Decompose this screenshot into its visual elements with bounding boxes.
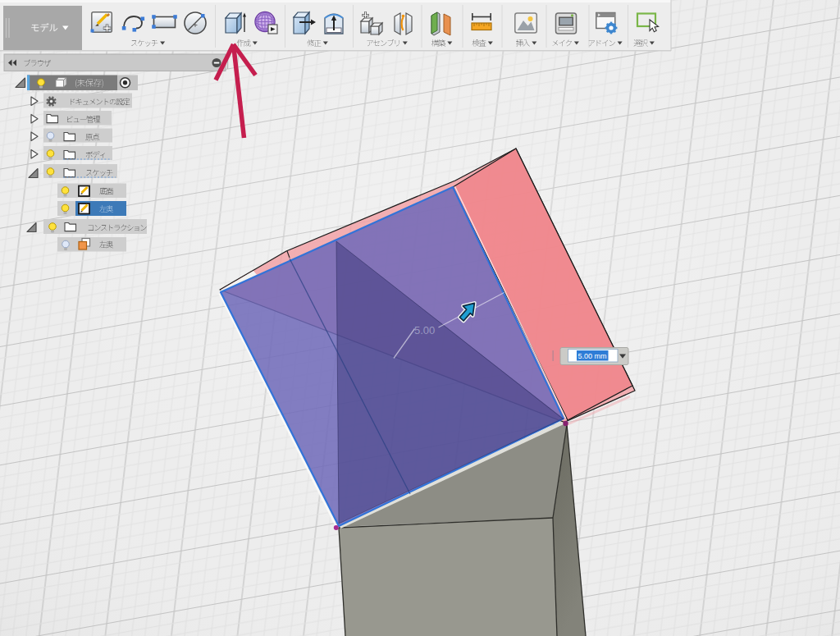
svg-text:5.00 mm: 5.00 mm [578,352,607,360]
svg-text:5.00: 5.00 [414,324,435,336]
